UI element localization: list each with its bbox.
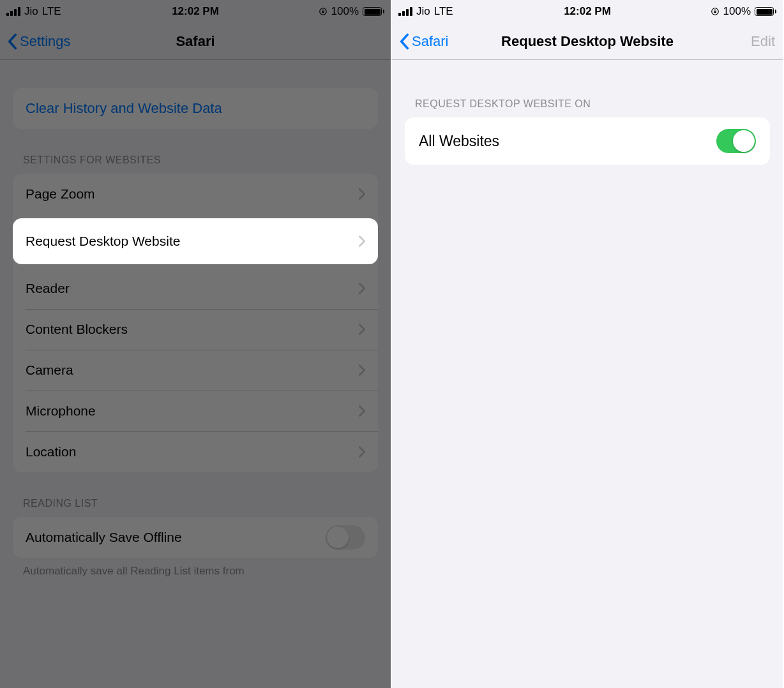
back-button[interactable]: Settings xyxy=(8,33,71,50)
clear-history-label: Clear History and Website Data xyxy=(26,100,365,117)
page-title: Safari xyxy=(176,33,215,50)
left-screen: Jio LTE 12:02 PM 100% Settings Safari xyxy=(0,0,392,688)
time-label: 12:02 PM xyxy=(172,5,219,18)
chevron-right-icon xyxy=(359,236,365,247)
auto-save-offline-cell[interactable]: Automatically Save Offline xyxy=(13,517,378,558)
back-label: Settings xyxy=(20,33,71,50)
chevron-right-icon xyxy=(359,188,365,200)
chevron-left-icon xyxy=(400,33,409,50)
carrier-label: Jio xyxy=(24,5,38,18)
microphone-cell[interactable]: Microphone xyxy=(13,391,378,431)
battery-icon xyxy=(755,7,776,16)
clear-history-group: Clear History and Website Data xyxy=(13,88,378,129)
camera-cell[interactable]: Camera xyxy=(13,350,378,391)
nav-bar: Safari Request Desktop Website Edit xyxy=(392,23,783,60)
section-header-websites: SETTINGS FOR WEBSITES xyxy=(0,129,391,174)
all-websites-toggle[interactable] xyxy=(716,129,756,153)
content-blockers-label: Content Blockers xyxy=(26,322,359,337)
back-button[interactable]: Safari xyxy=(400,33,448,50)
page-zoom-label: Page Zoom xyxy=(26,186,359,202)
status-left: Jio LTE xyxy=(6,5,61,18)
clear-history-button[interactable]: Clear History and Website Data xyxy=(13,88,378,129)
chevron-right-icon xyxy=(359,364,365,376)
chevron-right-icon xyxy=(359,446,365,458)
status-left: Jio LTE xyxy=(398,5,453,18)
section-header-reading-list: READING LIST xyxy=(0,472,391,517)
reading-list-group: Automatically Save Offline xyxy=(13,517,378,558)
website-settings-group: Page Zoom Request Desktop Website Reader… xyxy=(13,174,378,472)
request-desktop-cell[interactable]: Request Desktop Website xyxy=(13,218,378,264)
auto-save-offline-label: Automatically Save Offline xyxy=(26,530,326,545)
request-desktop-label: Request Desktop Website xyxy=(26,234,359,249)
content-blockers-cell[interactable]: Content Blockers xyxy=(13,309,378,350)
auto-save-footer: Automatically save all Reading List item… xyxy=(0,558,391,585)
carrier-label: Jio xyxy=(416,5,430,18)
all-websites-cell[interactable]: All Websites xyxy=(405,117,770,165)
status-right: 100% xyxy=(319,5,384,18)
location-label: Location xyxy=(26,444,359,460)
rotation-lock-icon xyxy=(319,7,328,16)
all-websites-label: All Websites xyxy=(419,133,716,150)
svg-rect-1 xyxy=(322,11,324,13)
right-screen: Jio LTE 12:02 PM 100% Safari Request Des… xyxy=(392,0,784,688)
status-bar: Jio LTE 12:02 PM 100% xyxy=(0,0,391,23)
status-bar: Jio LTE 12:02 PM 100% xyxy=(392,0,783,23)
edit-button[interactable]: Edit xyxy=(751,33,775,50)
svg-rect-3 xyxy=(714,11,716,13)
section-header-request-on: REQUEST DESKTOP WEBSITE ON xyxy=(392,60,783,117)
all-websites-group: All Websites xyxy=(405,117,770,165)
chevron-right-icon xyxy=(359,283,365,294)
network-label: LTE xyxy=(42,5,61,18)
auto-save-toggle[interactable] xyxy=(326,525,365,550)
nav-bar: Settings Safari xyxy=(0,23,391,60)
signal-icon xyxy=(398,7,412,16)
chevron-right-icon xyxy=(359,324,365,335)
rotation-lock-icon xyxy=(711,7,720,16)
battery-icon xyxy=(363,7,384,16)
time-label: 12:02 PM xyxy=(564,5,611,18)
reader-cell[interactable]: Reader xyxy=(13,268,378,309)
page-zoom-cell[interactable]: Page Zoom xyxy=(13,174,378,214)
back-label: Safari xyxy=(412,33,448,50)
page-title: Request Desktop Website xyxy=(501,33,674,50)
reader-label: Reader xyxy=(26,281,359,296)
microphone-label: Microphone xyxy=(26,403,359,419)
camera-label: Camera xyxy=(26,363,359,378)
chevron-right-icon xyxy=(359,405,365,417)
battery-percent: 100% xyxy=(331,5,359,18)
signal-icon xyxy=(6,7,20,16)
chevron-left-icon xyxy=(8,33,17,50)
network-label: LTE xyxy=(434,5,453,18)
location-cell[interactable]: Location xyxy=(13,431,378,472)
battery-percent: 100% xyxy=(723,5,751,18)
status-right: 100% xyxy=(711,5,776,18)
